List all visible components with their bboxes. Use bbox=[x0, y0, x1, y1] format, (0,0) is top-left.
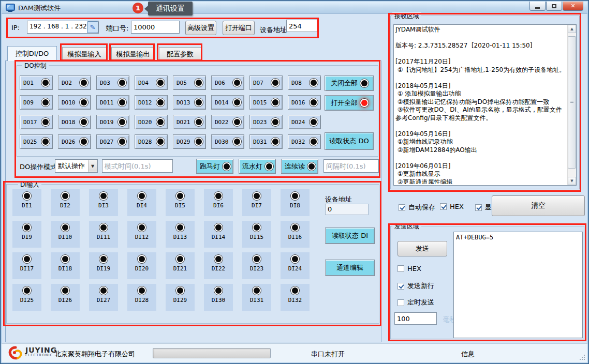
do-channel-button-do15[interactable]: DO15 bbox=[249, 95, 283, 110]
open-all-button[interactable]: 打开全部 bbox=[325, 95, 374, 111]
read-do-status-button[interactable]: 读取状态 DO bbox=[325, 132, 374, 150]
do-channel-button-do29[interactable]: DO29 bbox=[173, 134, 206, 149]
tab-control-dido[interactable]: 控制DI/DO bbox=[7, 46, 57, 61]
pencil-icon: ✎ bbox=[90, 23, 96, 31]
di-led-indicator bbox=[254, 224, 260, 231]
do-channel-button-do3[interactable]: DO3 bbox=[96, 75, 129, 90]
di-led-indicator bbox=[100, 287, 107, 294]
do-channel-button-do19[interactable]: DO19 bbox=[96, 115, 129, 129]
do-channel-button-do26[interactable]: DO26 bbox=[58, 134, 91, 149]
do-channel-button-do22[interactable]: DO22 bbox=[211, 115, 244, 129]
do-channel-label: DO23 bbox=[253, 119, 267, 126]
read-di-status-button[interactable]: 读取状态 DI bbox=[325, 228, 375, 244]
do-channel-button-do21[interactable]: DO21 bbox=[173, 115, 206, 129]
send-button[interactable]: 发送 bbox=[397, 241, 447, 256]
close-button[interactable]: ✕ bbox=[563, 2, 583, 11]
do-channel-button-do32[interactable]: DO32 bbox=[288, 134, 321, 149]
do-channel-button-do2[interactable]: DO2 bbox=[58, 75, 91, 90]
mode-time-input[interactable] bbox=[102, 159, 173, 173]
send-newline-checkbox[interactable] bbox=[397, 283, 404, 290]
di-channel-tile-di12: DI12 bbox=[127, 221, 156, 248]
do-led-indicator bbox=[272, 80, 278, 86]
do-mode-value: 默认操作 bbox=[58, 161, 85, 171]
autosave-checkbox[interactable] bbox=[399, 204, 405, 211]
timed-send-checkbox[interactable] bbox=[397, 299, 404, 306]
do-led-indicator bbox=[234, 119, 240, 125]
do-channel-button-do27[interactable]: DO27 bbox=[96, 134, 129, 149]
di-channel-label: DI31 bbox=[250, 297, 264, 304]
do-channel-button-do30[interactable]: DO30 bbox=[211, 134, 244, 149]
tab-config-params[interactable]: 配置参数 bbox=[159, 47, 201, 60]
do-channel-button-do5[interactable]: DO5 bbox=[173, 75, 206, 90]
do-channel-button-do11[interactable]: DO11 bbox=[96, 95, 129, 110]
do-channel-button-do14[interactable]: DO14 bbox=[211, 95, 244, 110]
tab-analog-input[interactable]: 模拟量输入 bbox=[62, 47, 107, 60]
receive-log-area[interactable]: JYDAM调试软件 版本号: 2.3.7315.28527 [2020-01-1… bbox=[393, 24, 577, 186]
channel-edit-button[interactable]: 通道编辑 bbox=[325, 260, 375, 276]
do-channel-button-do1[interactable]: DO1 bbox=[20, 75, 53, 90]
do-mode-select[interactable]: 默认操作 ▼ bbox=[55, 159, 98, 173]
di-led-indicator bbox=[62, 224, 68, 231]
do-channel-button-do9[interactable]: DO9 bbox=[20, 95, 53, 110]
do-led-indicator bbox=[157, 80, 164, 86]
do-channel-button-do6[interactable]: DO6 bbox=[211, 75, 244, 90]
di-led-indicator bbox=[292, 256, 298, 262]
do-channel-button-do4[interactable]: DO4 bbox=[135, 75, 168, 90]
resize-grip[interactable] bbox=[579, 354, 585, 360]
scroll-down-arrow-icon[interactable]: ▼ bbox=[568, 177, 576, 185]
company-name: 北京聚英翱翔电子有限公司 bbox=[54, 350, 135, 359]
minimize-button[interactable] bbox=[529, 2, 546, 11]
send-hex-checkbox[interactable] bbox=[397, 265, 404, 272]
do-channel-button-do24[interactable]: DO24 bbox=[288, 115, 321, 129]
interval-time-input[interactable] bbox=[323, 159, 379, 173]
do-channel-button-do10[interactable]: DO10 bbox=[58, 95, 91, 110]
receive-scrollbar[interactable]: ▲ ▼ bbox=[567, 25, 576, 185]
di-device-address-field[interactable]: 0 bbox=[325, 204, 369, 215]
recv-hex-checkbox[interactable] bbox=[440, 203, 447, 210]
do-channel-button-do17[interactable]: DO17 bbox=[20, 115, 53, 129]
do-channel-label: DO19 bbox=[100, 119, 114, 126]
continuous-read-button[interactable]: 连续读 bbox=[281, 159, 318, 174]
do-channel-label: DO1 bbox=[23, 80, 34, 86]
do-led-indicator bbox=[81, 80, 87, 86]
do-channel-button-do28[interactable]: DO28 bbox=[135, 134, 168, 149]
clear-button[interactable]: 清空 bbox=[492, 195, 585, 216]
edit-ip-button[interactable]: ✎ bbox=[87, 21, 98, 33]
do-channel-button-do23[interactable]: DO23 bbox=[249, 115, 283, 129]
do-channel-button-do8[interactable]: DO8 bbox=[288, 75, 321, 90]
show-send-checkbox[interactable] bbox=[475, 204, 482, 211]
timed-interval-input[interactable] bbox=[394, 312, 437, 325]
do-channel-button-do20[interactable]: DO20 bbox=[135, 115, 168, 129]
do-channel-button-do13[interactable]: DO13 bbox=[173, 95, 206, 110]
recv-hex-row: HEX bbox=[440, 203, 464, 210]
flow-light-button[interactable]: 流水灯 bbox=[239, 159, 276, 174]
send-content-textarea[interactable]: AT+DEBUG=5 bbox=[453, 232, 583, 338]
do-channel-button-do12[interactable]: DO12 bbox=[135, 95, 168, 110]
device-address-label: 设备地址: bbox=[260, 25, 289, 35]
do-led-indicator bbox=[42, 139, 49, 145]
do-channel-button-do16[interactable]: DO16 bbox=[288, 95, 321, 110]
marquee-button[interactable]: 跑马灯 bbox=[196, 159, 233, 174]
tab-analog-output[interactable]: 模拟量输出 bbox=[111, 47, 155, 60]
do-channel-button-do7[interactable]: DO7 bbox=[249, 75, 283, 90]
do-channel-button-do31[interactable]: DO31 bbox=[249, 134, 283, 149]
advanced-settings-button[interactable]: 高级设置 bbox=[185, 21, 216, 35]
open-port-button[interactable]: 打开端口 bbox=[223, 21, 255, 35]
di-channel-tile-di13: DI13 bbox=[166, 221, 195, 248]
do-channel-label: DO22 bbox=[215, 119, 229, 126]
flow-light-led bbox=[266, 163, 272, 170]
di-channel-label: DI32 bbox=[288, 297, 302, 304]
scrollbar-thumb[interactable] bbox=[568, 36, 576, 169]
do-channel-button-do18[interactable]: DO18 bbox=[58, 115, 91, 129]
device-address-input[interactable] bbox=[286, 20, 317, 32]
do-led-indicator bbox=[311, 119, 317, 125]
do-channel-button-do25[interactable]: DO25 bbox=[20, 134, 53, 149]
port-input[interactable] bbox=[131, 21, 180, 34]
maximize-button[interactable] bbox=[546, 2, 562, 11]
do-channel-label: DO6 bbox=[215, 80, 225, 86]
di-channel-label: DI3 bbox=[98, 202, 109, 209]
scroll-up-arrow-icon[interactable]: ▲ bbox=[568, 25, 576, 33]
close-all-label: 关闭全部 bbox=[331, 79, 358, 88]
do-channel-label: DO32 bbox=[291, 139, 305, 145]
close-all-button[interactable]: 关闭全部 bbox=[325, 75, 374, 91]
